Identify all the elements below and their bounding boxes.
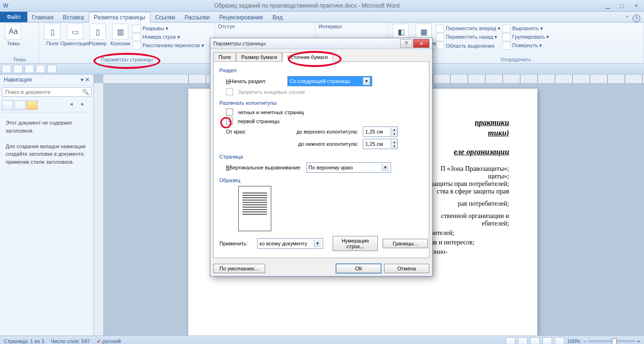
send-backward-button[interactable]: Переместить назад ▾	[436, 33, 501, 41]
navigation-pane: Навигация▾ ✕ 🔍 ◂▸ Этот документ не содер…	[0, 75, 94, 336]
header-distance-input[interactable]: ▴▾	[363, 126, 398, 137]
section-start-label: ННачать раздел:	[226, 78, 283, 84]
first-page-label: первой страницы	[238, 118, 279, 124]
tab-review[interactable]: Рецензирование	[215, 12, 268, 22]
zoom-slider[interactable]	[588, 340, 636, 342]
tab-file[interactable]: Файл	[0, 12, 27, 22]
view-fullscreen-icon[interactable]	[518, 337, 527, 344]
margins-button[interactable]: ▯Поля	[42, 24, 63, 46]
tab-page-layout[interactable]: Разметка страницы	[89, 12, 151, 23]
headers-footers-legend: Различать колонтитулы	[219, 100, 423, 106]
tab-insert[interactable]: Вставка	[58, 12, 89, 22]
breaks-button[interactable]: Разрывы ▾	[133, 25, 204, 33]
align-button[interactable]: Выровнять ▾	[502, 25, 550, 33]
view-outline-icon[interactable]	[543, 337, 552, 344]
spacing-label: Интервал	[318, 24, 342, 29]
wrap-icon: ▦	[416, 24, 432, 40]
ribbon-tabs: Файл Главная Вставка Разметка страницы С…	[0, 12, 644, 23]
qat-save-icon[interactable]	[2, 65, 11, 73]
section-start-combo[interactable]: Со следующей страницы▼	[287, 76, 372, 86]
search-icon[interactable]: 🔍	[82, 89, 89, 95]
cancel-button[interactable]: Отмена	[384, 264, 429, 273]
view-print-layout-icon[interactable]	[506, 337, 515, 344]
tab-home[interactable]: Главная	[27, 12, 59, 22]
selection-pane-button[interactable]: Область выделения	[436, 42, 501, 50]
dialog-close-button[interactable]: ✕	[413, 39, 429, 48]
borders-button[interactable]: Границы...	[383, 239, 428, 248]
tab-mailings[interactable]: Рассылки	[180, 12, 215, 22]
zoom-out-icon[interactable]: −	[583, 338, 586, 344]
suppress-endnotes-checkbox[interactable]	[226, 88, 233, 95]
zoom-level[interactable]: 100%	[567, 338, 580, 344]
qat-new-icon[interactable]	[47, 65, 57, 73]
nav-title: Навигация	[4, 76, 32, 83]
help-icon[interactable]: ?	[633, 15, 640, 22]
status-page[interactable]: Страница: 1 из 3	[4, 338, 44, 344]
first-page-checkbox[interactable]: ✔	[226, 117, 233, 125]
page-setup-group-label[interactable]: Параметры страницы	[42, 56, 212, 62]
themes-button[interactable]: AaТемы	[3, 24, 24, 46]
orientation-button[interactable]: ▭Ориентация	[65, 24, 85, 46]
nav-msg-1: Этот документ не содержит заголовков.	[6, 119, 88, 134]
dialog-tab-paper-source[interactable]: Источник бумаги	[282, 52, 333, 62]
valign-combo[interactable]: По верхнему краю▼	[306, 162, 391, 173]
qat-redo-icon[interactable]	[25, 65, 34, 73]
spin-down-icon[interactable]: ▾	[391, 132, 397, 136]
hyphenation-button[interactable]: Расстановка переносов ▾	[133, 42, 204, 50]
group-button[interactable]: Группировать ▾	[502, 33, 550, 41]
page-preview	[238, 186, 271, 231]
tab-view[interactable]: Вид	[268, 12, 287, 22]
minimize-button[interactable]: ▁	[602, 3, 613, 9]
backward-icon	[436, 33, 444, 41]
statusbar: Страница: 1 из 3 Число слов: 597 ✔ русск…	[0, 336, 644, 344]
status-words[interactable]: Число слов: 597	[51, 338, 90, 344]
ruler-vertical[interactable]	[94, 83, 104, 336]
close-button[interactable]: ✕	[631, 3, 641, 9]
dialog-tab-fields[interactable]: Поля	[213, 52, 236, 62]
dialog-tab-paper[interactable]: Размер бумаги	[236, 52, 282, 62]
odd-even-checkbox[interactable]	[226, 109, 233, 116]
themes-icon: Aa	[5, 24, 21, 40]
page-setup-dialog: Параметры страницы ? ✕ Поля Размер бумаг…	[210, 38, 433, 277]
group-icon	[502, 33, 510, 41]
tab-references[interactable]: Ссылки	[151, 12, 180, 22]
nav-view-results[interactable]	[26, 101, 38, 110]
apply-to-combo[interactable]: ко всему документу▼	[257, 238, 323, 249]
valign-label: ВВертикальное выравнивание:	[226, 165, 301, 170]
ribbon-minimize-icon[interactable]: ⌃	[625, 15, 630, 22]
window-title: Образец заданий по производственной прак…	[11, 2, 602, 9]
line-numbers-button[interactable]: Номера строк ▾	[133, 33, 204, 41]
footer-distance-input[interactable]: ▴▾	[363, 139, 398, 149]
breaks-icon	[133, 25, 141, 33]
nav-view-headings[interactable]	[2, 101, 13, 110]
forward-icon	[436, 25, 444, 33]
dialog-help-button[interactable]: ?	[400, 39, 412, 48]
bring-forward-button[interactable]: Переместить вперед ▾	[436, 25, 501, 33]
spin-down-icon[interactable]: ▾	[391, 144, 397, 148]
zoom-in-icon[interactable]: +	[637, 338, 640, 344]
ok-button[interactable]: ОК	[336, 264, 381, 273]
qat-undo-icon[interactable]	[13, 65, 23, 73]
search-input[interactable]	[4, 89, 82, 95]
view-web-icon[interactable]	[530, 337, 540, 344]
dialog-title: Параметры страницы	[213, 41, 399, 46]
columns-button[interactable]: ▥Колонки	[110, 24, 131, 46]
header-distance-label: до верхнего колонтитула:	[287, 129, 358, 134]
size-button[interactable]: ▯Размер	[87, 24, 108, 46]
nav-search[interactable]: 🔍	[2, 87, 92, 97]
spin-up-icon[interactable]: ▴	[391, 127, 397, 132]
spin-up-icon[interactable]: ▴	[391, 140, 397, 144]
default-button[interactable]: По умолчанию...	[213, 264, 265, 273]
nav-view-pages[interactable]	[14, 101, 25, 110]
view-draft-icon[interactable]	[555, 337, 564, 344]
nav-next-icon[interactable]: ▸	[81, 101, 92, 109]
nav-close-icon[interactable]: ▾ ✕	[81, 76, 90, 83]
line-numbering-button[interactable]: Нумерация строк...	[333, 236, 378, 251]
qat-open-icon[interactable]	[36, 65, 45, 73]
odd-even-label: четных и нечетных страниц	[238, 109, 304, 115]
status-lang[interactable]: ✔ русский	[97, 338, 121, 344]
maximize-button[interactable]: ▢	[617, 3, 627, 9]
rotate-button[interactable]: Повернуть ▾	[502, 42, 550, 50]
preview-legend: Образец	[219, 177, 423, 183]
nav-prev-icon[interactable]: ◂	[70, 101, 80, 109]
